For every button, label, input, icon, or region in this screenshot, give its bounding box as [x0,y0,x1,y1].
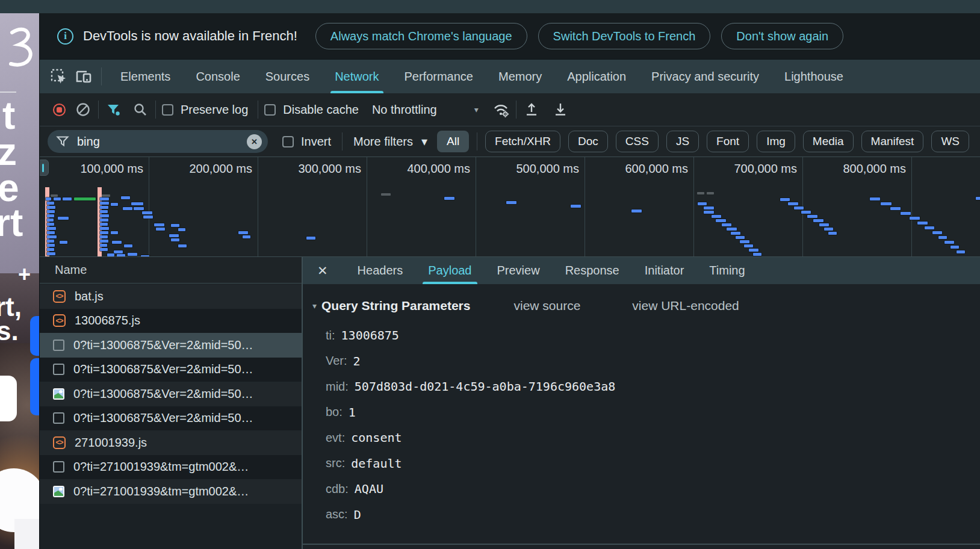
waterfall-bar [47,214,54,217]
waterfall-bar [46,197,51,200]
document-icon [53,461,64,473]
close-icon[interactable]: ✕ [317,264,328,278]
details-tab-payload[interactable]: Payload [415,257,484,284]
clear-filter-icon[interactable]: ✕ [247,134,262,149]
devtools-window: i DevTools is now available in French! A… [39,13,980,549]
clear-network-log-icon[interactable] [74,101,92,119]
waterfall-bar [704,206,714,209]
waterfall-bar [722,223,731,226]
view-url-encoded-link[interactable]: view URL-encoded [632,299,739,313]
waterfall-bar [111,231,118,234]
image-icon [53,388,64,400]
waterfall-bar [506,201,516,204]
tab-memory[interactable]: Memory [486,60,554,93]
toolbar-separator [155,101,156,119]
disable-cache-checkbox[interactable] [264,104,276,116]
details-tab-initiator[interactable]: Initiator [632,257,697,284]
import-har-icon[interactable] [523,101,541,119]
chip-label: Img [766,135,786,148]
tab-network[interactable]: Network [322,60,391,93]
script-icon: <> [53,314,66,327]
page-behind-letter: + [18,264,31,285]
throttling-select[interactable]: No throttling ▾ [372,103,479,117]
request-name: 0?ti=271001939&tm=gtm002&… [73,485,249,498]
filter-input[interactable]: bing ✕ [48,130,268,153]
view-source-link[interactable]: view source [513,299,580,313]
chip-fetch-xhr[interactable]: Fetch/XHR [485,131,560,152]
chip-img[interactable]: Img [757,131,795,152]
waterfall-bar [47,227,56,230]
more-filters-dropdown[interactable]: More filters ▾ [353,134,427,149]
request-row[interactable]: 0?ti=271001939&tm=gtm002&… [40,455,302,480]
query-param-row: asc:D [303,502,980,528]
chip-doc[interactable]: Doc [568,131,608,152]
chevron-down-icon: ▾ [421,134,427,149]
waterfall-bar [306,237,315,240]
network-overview[interactable]: 100,000 ms200,000 ms300,000 ms400,000 ms… [40,157,980,257]
match-language-button[interactable]: Always match Chrome's language [315,23,527,49]
waterfall-bar [243,235,250,238]
tab-label: Sources [265,70,309,84]
request-row[interactable]: 0?ti=13006875&Ver=2&mid=50… [40,333,302,358]
page-behind-glyph [0,24,35,82]
query-param-value: consent [351,430,402,445]
export-har-icon[interactable] [551,101,569,119]
chip-js[interactable]: JS [666,131,699,152]
chip-font[interactable]: Font [707,131,749,152]
request-row[interactable]: <>271001939.js [40,430,302,455]
script-icon: <> [53,290,66,303]
tab-application[interactable]: Application [554,60,639,93]
request-row[interactable]: <>bat.js [40,284,302,309]
request-name: 0?ti=13006875&Ver=2&mid=50… [73,362,253,376]
waterfall-bar [63,197,72,200]
waterfall-bar [100,240,108,243]
request-name: bat.js [75,290,104,303]
chip-manifest[interactable]: Manifest [861,131,924,152]
details-tab-preview[interactable]: Preview [485,257,553,284]
waterfall-bar [749,249,758,252]
tab-sources[interactable]: Sources [253,60,322,93]
tab-console[interactable]: Console [183,60,252,93]
request-row[interactable]: 0?ti=13006875&Ver=2&mid=50… [40,406,302,431]
chip-css[interactable]: CSS [616,131,659,152]
network-toolbar: Preserve log Disable cache No throttling… [40,93,980,126]
request-row[interactable]: 0?ti=13006875&Ver=2&mid=50… [40,358,302,382]
waterfall-bar [51,194,58,197]
tab-performance[interactable]: Performance [392,60,486,93]
chip-ws[interactable]: WS [931,131,969,152]
waterfall-bar [142,211,152,214]
tab-label: Lighthouse [784,70,843,84]
chevron-down-icon: ▾ [474,105,479,114]
chip-media[interactable]: Media [803,131,854,152]
tab-privacy-and-security[interactable]: Privacy and security [639,60,772,93]
query-param-row: bo:1 [303,400,980,426]
details-tab-label: Timing [709,264,745,278]
inspect-element-icon[interactable] [48,66,69,87]
request-row[interactable]: 0?ti=13006875&Ver=2&mid=50… [40,382,302,406]
request-row[interactable]: 0?ti=271001939&tm=gtm002&… [40,479,302,504]
search-icon[interactable] [131,101,149,119]
switch-to-french-button[interactable]: Switch DevTools to French [538,23,711,49]
tab-lighthouse[interactable]: Lighthouse [772,60,856,93]
triangle-down-icon[interactable]: ▾ [312,301,317,311]
request-list-panel: Name <>bat.js<>13006875.js0?ti=13006875&… [40,257,302,549]
details-tab-label: Initiator [645,264,684,278]
waterfall-bar [824,228,833,231]
network-conditions-icon[interactable] [492,101,510,119]
details-tab-headers[interactable]: Headers [345,257,416,284]
chip-all[interactable]: All [437,131,469,152]
request-row[interactable]: <>13006875.js [40,309,302,333]
invert-checkbox[interactable] [282,136,294,147]
waterfall-bar [47,244,55,247]
details-tab-response[interactable]: Response [553,257,632,284]
device-toolbar-icon[interactable] [73,66,94,87]
query-string-title[interactable]: Query String Parameters [321,299,470,313]
name-column-header[interactable]: Name [40,257,302,284]
filter-icon[interactable] [105,101,123,119]
preserve-log-checkbox[interactable] [162,104,173,116]
record-network-log-icon[interactable] [53,104,66,116]
dont-show-again-button[interactable]: Don't show again [721,23,843,49]
details-tab-timing[interactable]: Timing [696,257,757,284]
query-param-key: mid: [326,380,349,394]
tab-elements[interactable]: Elements [108,60,183,93]
